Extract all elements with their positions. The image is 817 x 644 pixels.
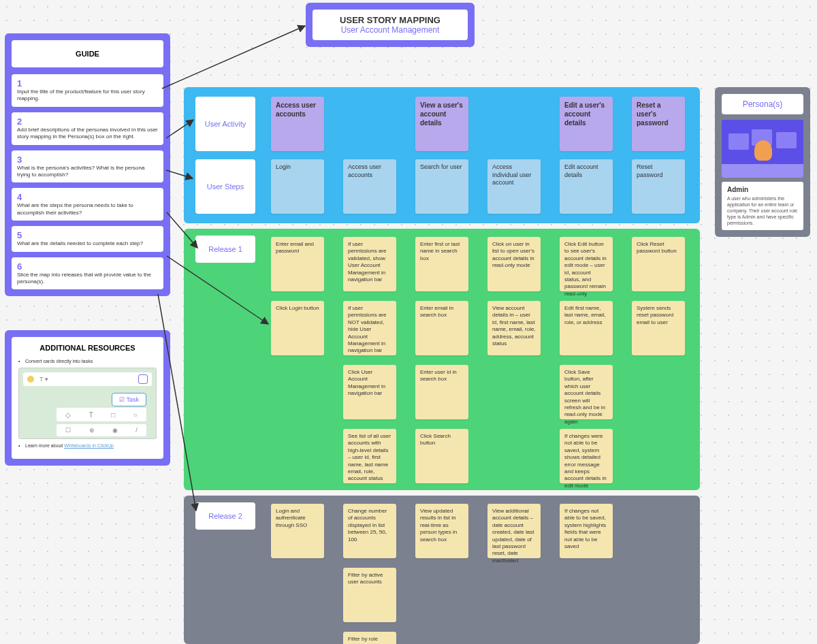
release2-card[interactable]: View additional account details – date a… bbox=[487, 504, 541, 558]
release1-card[interactable]: Enter email and password bbox=[271, 237, 324, 291]
release1-card[interactable]: Edit first name, last name, email, role,… bbox=[560, 301, 613, 355]
svg-line-1 bbox=[162, 26, 305, 88]
release1-card[interactable]: If changes were not able to be saved, sy… bbox=[560, 429, 613, 483]
step-card[interactable]: Login bbox=[271, 159, 324, 214]
title-panel: USER STORY MAPPING User Account Manageme… bbox=[306, 3, 475, 47]
resources-panel: ADDITIONAL RESOURCES Convert cards direc… bbox=[5, 330, 170, 466]
activity-card[interactable]: Edit a user's account details bbox=[560, 97, 613, 151]
release1-card[interactable]: If user permissions are validated, show … bbox=[343, 237, 396, 291]
guide-num: 5 bbox=[17, 230, 158, 240]
guide-heading: GUIDE bbox=[76, 50, 99, 58]
release1-card[interactable]: Click Login button bbox=[271, 301, 324, 355]
guide-heading-card: GUIDE bbox=[12, 40, 163, 67]
guide-item-1[interactable]: 1 Input the title of the product/feature… bbox=[12, 74, 163, 107]
title-card[interactable]: USER STORY MAPPING User Account Manageme… bbox=[313, 10, 468, 40]
release1-card[interactable]: Enter user id in search box bbox=[415, 365, 468, 419]
resource-item-1: Convert cards directly into tasks bbox=[18, 359, 157, 364]
release2-label[interactable]: Release 2 bbox=[195, 502, 255, 530]
step-card[interactable]: Access user accounts bbox=[343, 159, 396, 214]
persona-text: A user who administers the application f… bbox=[727, 195, 798, 226]
guide-item-2[interactable]: 2 Add brief descriptions of the personas… bbox=[12, 112, 163, 145]
guide-num: 4 bbox=[17, 192, 158, 202]
guide-item-3[interactable]: 3 What is the persona's activities? What… bbox=[12, 150, 163, 183]
guide-item-4[interactable]: 4 What are the steps the persona needs t… bbox=[12, 188, 163, 221]
activity-card[interactable]: View a user's account details bbox=[415, 97, 468, 151]
release1-card[interactable]: Click Search button bbox=[415, 429, 468, 483]
release2-card[interactable]: If changes not able to be saved, system … bbox=[560, 504, 613, 558]
activity-card[interactable]: Access user accounts bbox=[271, 97, 324, 151]
resources-inner: ADDITIONAL RESOURCES Convert cards direc… bbox=[12, 337, 163, 459]
guide-item-6[interactable]: 6 Slice the map into releases that will … bbox=[12, 257, 163, 290]
release1-card[interactable]: Click Save button, after which user acco… bbox=[560, 365, 613, 419]
release1-label[interactable]: Release 1 bbox=[195, 236, 255, 263]
user-steps-label[interactable]: User Steps bbox=[195, 159, 255, 214]
persona-desc-card[interactable]: Admin A user who administers the applica… bbox=[722, 182, 803, 230]
guide-num: 3 bbox=[17, 155, 158, 165]
release1-card[interactable]: View account details in – user id, first… bbox=[487, 301, 541, 355]
guide-text: What is the persona's activities? What i… bbox=[17, 165, 158, 179]
task-button[interactable]: ☑ Task bbox=[112, 393, 146, 406]
guide-text: What are the details needed to complete … bbox=[17, 240, 158, 247]
persona-heading: Persona(s) bbox=[722, 94, 803, 114]
activity-card[interactable]: Reset a user's password bbox=[632, 97, 685, 151]
persona-name: Admin bbox=[727, 186, 798, 193]
resources-heading: ADDITIONAL RESOURCES bbox=[18, 344, 157, 352]
release2-card[interactable]: Filter by role bbox=[343, 632, 396, 644]
guide-text: Input the title of the product/feature f… bbox=[17, 88, 158, 103]
release1-card[interactable]: Enter first or last name in search box bbox=[415, 237, 468, 291]
release1-card[interactable]: Enter email in search box bbox=[415, 301, 468, 355]
guide-text: What are the steps the persona needs to … bbox=[17, 202, 158, 216]
title-main: USER STORY MAPPING bbox=[319, 15, 461, 25]
resource-image: T ▾ ☑ Task ◇T□○ ☐⊕◉/ bbox=[18, 368, 157, 439]
release1-card[interactable]: If user permissions are NOT validated, h… bbox=[343, 301, 396, 355]
release1-card[interactable]: Click Reset password button bbox=[632, 237, 685, 291]
user-activity-label[interactable]: User Activity bbox=[195, 97, 255, 151]
release2-card[interactable]: Filter by active user accounts bbox=[343, 568, 396, 622]
release2-card[interactable]: Change number of accounts displayed in l… bbox=[343, 504, 396, 558]
guide-num: 6 bbox=[17, 261, 158, 272]
release1-card[interactable]: Click on user in list to open user's acc… bbox=[487, 237, 541, 291]
release1-card[interactable]: System sends reset password email to use… bbox=[632, 301, 685, 355]
release2-card[interactable]: View updated results in list in real-tim… bbox=[415, 504, 468, 558]
release1-card[interactable]: See list of all user accounts with high-… bbox=[343, 429, 396, 483]
resource-item-2: Learn more about Whiteboards in ClickUp bbox=[18, 443, 157, 448]
step-card[interactable]: Search for user bbox=[415, 159, 468, 214]
release2-card[interactable]: Login and authenticate through SSO bbox=[271, 504, 324, 558]
resource-link[interactable]: Whiteboards in ClickUp bbox=[64, 443, 114, 448]
guide-num: 2 bbox=[17, 116, 158, 127]
persona-panel: Persona(s) Admin A user who administers … bbox=[715, 87, 810, 237]
guide-text: Slice the map into releases that will pr… bbox=[17, 272, 158, 286]
title-sub: User Account Management bbox=[319, 25, 461, 35]
persona-image bbox=[722, 120, 803, 178]
resource-text: Learn more about bbox=[25, 443, 64, 448]
blue-section: User Activity User Steps Access user acc… bbox=[184, 87, 700, 223]
release1-card[interactable]: Click User Account Management in navigat… bbox=[343, 365, 396, 419]
task-label: Task bbox=[126, 396, 139, 403]
guide-num: 1 bbox=[17, 78, 158, 88]
guide-text: Add brief descriptions of the personas i… bbox=[17, 127, 158, 141]
step-card[interactable]: Access individual user account bbox=[487, 159, 541, 214]
step-card[interactable]: Reset password bbox=[632, 159, 685, 214]
guide-item-5[interactable]: 5 What are the details needed to complet… bbox=[12, 226, 163, 251]
step-card[interactable]: Edit account details bbox=[560, 159, 613, 214]
guide-panel: GUIDE 1 Input the title of the product/f… bbox=[5, 33, 170, 296]
release1-card[interactable]: Click Edit button to see user's account … bbox=[560, 237, 613, 291]
